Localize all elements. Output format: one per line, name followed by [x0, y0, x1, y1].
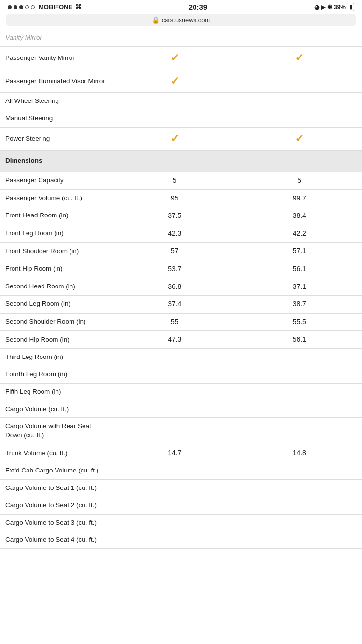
row-col2: 99.7 [237, 189, 362, 207]
row-col2: 38.4 [237, 207, 362, 225]
row-col1 [112, 366, 237, 383]
row-col2 [237, 93, 362, 110]
row-col2 [237, 29, 362, 47]
row-col2: 55.5 [237, 313, 362, 331]
wifi-icon: ⌘ [75, 3, 82, 11]
row-col2 [237, 418, 362, 444]
row-col1: 55 [112, 313, 237, 331]
row-label: Front Head Room (in) [0, 207, 112, 225]
table-row: Passenger Illuminated Visor Mirror ✓ [0, 70, 362, 93]
check-icon: ✓ [170, 75, 179, 87]
check-icon: ✓ [295, 132, 304, 144]
url-text: cars.usnews.com [162, 16, 210, 24]
row-col2 [237, 366, 362, 383]
table-row: Front Leg Room (in) 42.3 42.2 [0, 225, 362, 243]
table-row: Passenger Vanity Mirror ✓ ✓ [0, 46, 362, 70]
comparison-table: Vanity Mirror Passenger Vanity Mirror ✓ … [0, 29, 362, 549]
table-row: Passenger Capacity 5 5 [0, 172, 362, 189]
row-label: Power Steering [0, 128, 112, 151]
row-col1 [112, 531, 237, 549]
table-row: Third Leg Room (in) [0, 348, 362, 366]
row-col2: ✓ [237, 46, 362, 70]
row-label: Passenger Volume (cu. ft.) [0, 189, 112, 207]
lock-icon: ◕ [314, 4, 319, 11]
table-row: Front Head Room (in) 37.5 38.4 [0, 207, 362, 225]
row-label: Cargo Volume to Seat 1 (cu. ft.) [0, 479, 112, 497]
row-label: Cargo Volume (cu. ft.) [0, 401, 112, 418]
row-col1 [112, 29, 237, 47]
row-col1: ✓ [112, 70, 237, 93]
carrier-name: MOBIFONE [39, 3, 72, 11]
table-row: Cargo Volume to Seat 3 (cu. ft.) [0, 514, 362, 531]
row-col1 [112, 401, 237, 418]
row-col2: 57.1 [237, 243, 362, 260]
row-label: Front Leg Room (in) [0, 225, 112, 243]
row-col1 [112, 514, 237, 531]
lock-icon: 🔒 [152, 16, 160, 24]
table-row: Cargo Volume with Rear Seat Down (cu. ft… [0, 418, 362, 444]
table-row: Fifth Leg Room (in) [0, 383, 362, 401]
row-col1 [112, 462, 237, 479]
row-label: Cargo Volume to Seat 4 (cu. ft.) [0, 531, 112, 549]
row-label: Passenger Capacity [0, 172, 112, 189]
signal-dot-2 [14, 5, 17, 9]
section-title: Dimensions [0, 151, 362, 172]
signal-dot-4 [25, 5, 29, 9]
row-col2: 42.2 [237, 225, 362, 243]
battery-percent: 39% [334, 4, 346, 11]
table-row: Power Steering ✓ ✓ [0, 128, 362, 151]
row-col2 [237, 531, 362, 549]
row-col2 [237, 462, 362, 479]
row-col1: 42.3 [112, 225, 237, 243]
location-icon: ▶ [321, 4, 325, 11]
row-label: Cargo Volume with Rear Seat Down (cu. ft… [0, 418, 112, 444]
row-label: Front Hip Room (in) [0, 260, 112, 278]
row-label: Front Shoulder Room (in) [0, 243, 112, 260]
table-row: Manual Steering [0, 110, 362, 128]
row-col1: 14.7 [112, 444, 237, 462]
row-col1: 37.5 [112, 207, 237, 225]
row-col2 [237, 110, 362, 128]
row-col1: 5 [112, 172, 237, 189]
table-row: Cargo Volume to Seat 1 (cu. ft.) [0, 479, 362, 497]
table-row: Second Leg Room (in) 37.4 38.7 [0, 296, 362, 314]
table-row: Fourth Leg Room (in) [0, 366, 362, 383]
check-icon: ✓ [170, 52, 179, 64]
row-label: Ext'd Cab Cargo Volume (cu. ft.) [0, 462, 112, 479]
row-col1 [112, 93, 237, 110]
row-label: Cargo Volume to Seat 3 (cu. ft.) [0, 514, 112, 531]
url-bar[interactable]: 🔒 cars.usnews.com [6, 14, 356, 26]
row-col1: 36.8 [112, 278, 237, 296]
table-row: Trunk Volume (cu. ft.) 14.7 14.8 [0, 444, 362, 462]
row-col1 [112, 383, 237, 401]
table-row: Second Shoulder Room (in) 55 55.5 [0, 313, 362, 331]
row-col1 [112, 479, 237, 497]
row-col2: ✓ [237, 128, 362, 151]
check-icon: ✓ [170, 132, 179, 144]
signal-dot-3 [19, 5, 23, 9]
row-label: Passenger Illuminated Visor Mirror [0, 70, 112, 93]
table-row: Ext'd Cab Cargo Volume (cu. ft.) [0, 462, 362, 479]
row-col2 [237, 479, 362, 497]
row-col1 [112, 348, 237, 366]
row-col1: ✓ [112, 128, 237, 151]
row-col1: ✓ [112, 46, 237, 70]
row-label: All Wheel Steering [0, 93, 112, 110]
table-row: Front Shoulder Room (in) 57 57.1 [0, 243, 362, 260]
status-time: 20:39 [189, 3, 207, 11]
row-col1: 95 [112, 189, 237, 207]
row-label: Trunk Volume (cu. ft.) [0, 444, 112, 462]
row-col1 [112, 418, 237, 444]
status-icons: ◕ ▶ ✱ 39% ▮ [314, 3, 354, 11]
check-icon: ✓ [295, 52, 304, 64]
section-header-dimensions: Dimensions [0, 151, 362, 172]
table-row: Cargo Volume to Seat 2 (cu. ft.) [0, 497, 362, 514]
row-label: Fourth Leg Room (in) [0, 366, 112, 383]
row-label: Passenger Vanity Mirror [0, 46, 112, 70]
row-label: Second Shoulder Room (in) [0, 313, 112, 331]
bluetooth-icon: ✱ [327, 4, 332, 11]
row-label: Second Leg Room (in) [0, 296, 112, 314]
row-col1: 57 [112, 243, 237, 260]
row-col2: 14.8 [237, 444, 362, 462]
table-row: Vanity Mirror [0, 29, 362, 47]
